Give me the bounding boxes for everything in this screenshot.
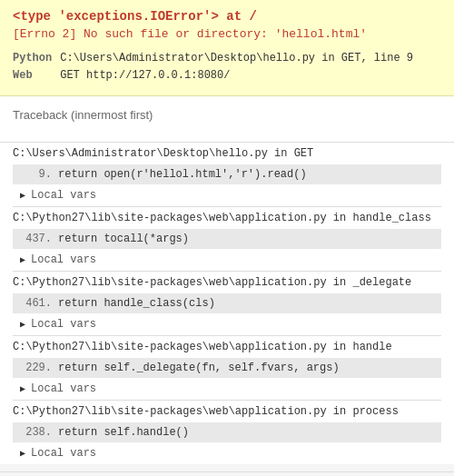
frame-1: C:\Python27\lib\site-packages\web\applic… — [13, 207, 441, 271]
frame-0: C:\Users\Administrator\Desktop\hello.py … — [13, 143, 441, 206]
traceback-title: Traceback (innermost first) — [13, 107, 441, 122]
frame-4-header: C:\Python27\lib\site-packages\web\applic… — [13, 401, 441, 421]
python-meta-line: Python C:\Users\Administrator\Desktop\he… — [13, 50, 441, 67]
frame-1-path: C:\Python27\lib\site-packages\web\applic… — [13, 212, 431, 224]
frame-1-linenum: 437. — [20, 233, 52, 245]
frame-4: C:\Python27\lib\site-packages\web\applic… — [13, 401, 441, 464]
error-message: [Errno 2] No such file or directory: 'he… — [13, 27, 441, 41]
frame-0-localvars[interactable]: Local vars — [13, 186, 441, 206]
frame-4-localvars[interactable]: Local vars — [13, 444, 441, 464]
web-value: GET http://127.0.0.1:8080/ — [60, 69, 230, 82]
frame-1-codeval: return tocall(*args) — [58, 233, 189, 245]
frame-3: C:\Python27\lib\site-packages\web\applic… — [13, 336, 441, 400]
python-label: Python — [13, 50, 54, 67]
request-section: Request information — [0, 472, 454, 476]
frame-2-path: C:\Python27\lib\site-packages\web\applic… — [13, 276, 411, 289]
error-type: <type 'exceptions.IOError'> at / — [13, 9, 441, 24]
frame-0-path: C:\Users\Administrator\Desktop\hello.py … — [13, 147, 313, 160]
error-meta: Python C:\Users\Administrator\Desktop\he… — [13, 50, 441, 84]
frame-2: C:\Python27\lib\site-packages\web\applic… — [13, 272, 441, 335]
frame-0-header: C:\Users\Administrator\Desktop\hello.py … — [13, 143, 441, 163]
frame-4-linenum: 238. — [20, 426, 52, 439]
frame-1-code: 437. return tocall(*args) — [13, 229, 441, 249]
frame-2-localvars[interactable]: Local vars — [13, 315, 441, 335]
frame-4-path: C:\Python27\lib\site-packages\web\applic… — [13, 405, 399, 418]
frame-3-code: 229. return self._delegate(fn, self.fvar… — [13, 358, 441, 378]
traceback-section: Traceback (innermost first) — [0, 96, 454, 143]
frame-2-header: C:\Python27\lib\site-packages\web\applic… — [13, 272, 441, 292]
web-meta-line: Web GET http://127.0.0.1:8080/ — [13, 67, 441, 84]
frame-3-localvars[interactable]: Local vars — [13, 380, 441, 400]
frame-3-linenum: 229. — [20, 362, 52, 374]
frame-4-codeval: return self.handle() — [58, 426, 189, 439]
frame-3-path: C:\Python27\lib\site-packages\web\applic… — [13, 341, 392, 353]
frame-0-codeval: return open(r'hellol.html','r').read() — [58, 168, 307, 181]
error-header: <type 'exceptions.IOError'> at / [Errno … — [0, 0, 454, 96]
python-value: C:\Users\Administrator\Desktop\hello.py … — [60, 52, 413, 64]
frame-3-codeval: return self._delegate(fn, self.fvars, ar… — [58, 362, 340, 374]
frame-2-linenum: 461. — [20, 297, 52, 310]
frame-2-code: 461. return handle_class(cls) — [13, 293, 441, 313]
frame-0-linenum: 9. — [20, 168, 52, 181]
frame-2-codeval: return handle_class(cls) — [58, 297, 215, 310]
frame-1-localvars[interactable]: Local vars — [13, 251, 441, 271]
frame-0-code: 9. return open(r'hellol.html','r').read(… — [13, 164, 441, 184]
frame-3-header: C:\Python27\lib\site-packages\web\applic… — [13, 336, 441, 356]
frame-4-code: 238. return self.handle() — [13, 422, 441, 442]
traceback-body: C:\Users\Administrator\Desktop\hello.py … — [0, 143, 454, 464]
web-label: Web — [13, 67, 54, 84]
frame-1-header: C:\Python27\lib\site-packages\web\applic… — [13, 207, 441, 227]
